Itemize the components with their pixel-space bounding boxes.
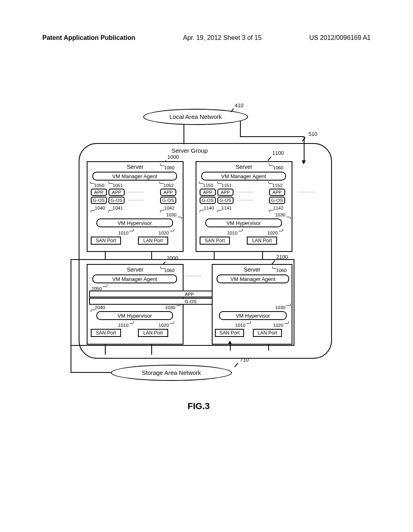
- ref-1020-b: 1020: [267, 231, 278, 235]
- ref-1030-d: 1030: [275, 305, 286, 310]
- lan-port-1100: LAN Port: [247, 237, 277, 245]
- app-1051: APP: [108, 189, 125, 196]
- gos-1040: G-OS: [91, 197, 107, 204]
- san-label: Storage Area Network: [142, 369, 201, 376]
- app-1150: APP: [200, 189, 216, 196]
- ref-1020-c: 1020: [159, 323, 169, 328]
- gos-1041: G-OS: [108, 197, 125, 204]
- server-1100: Server 1060 VM Manager Agent 1150 1151 1…: [196, 161, 292, 252]
- ref-1051: 1051: [113, 183, 123, 188]
- vm-hyp-1000: VM Hypervisor: [96, 218, 173, 227]
- lan-port-2000: LAN Port: [138, 329, 168, 337]
- conn-san-1100-v: [214, 252, 215, 260]
- server-group-label: Server Group: [171, 147, 208, 154]
- dots-gos-a: ··········: [128, 197, 144, 202]
- ref-1142: 1142: [273, 206, 284, 210]
- app-1152: APP: [269, 189, 285, 196]
- conn-lan-1000-v: [151, 252, 152, 260]
- conn-lan-right: [240, 121, 241, 137]
- conn-lan-1100-v: [262, 252, 263, 260]
- ref-2100: 2100: [276, 254, 288, 260]
- lan-label: Local Area Network: [169, 113, 222, 120]
- header-date-sheet: Apr. 19, 2012 Sheet 3 of 15: [183, 34, 262, 42]
- figure-label: FIG.3: [188, 401, 210, 411]
- lan-oval: Local Area Network: [143, 109, 248, 125]
- vm-hyp-2000: VM Hypervisor: [96, 311, 173, 320]
- dots-mid: ··········: [186, 273, 202, 278]
- ref-1041: 1041: [113, 206, 123, 210]
- ref-1042: 1042: [164, 206, 175, 210]
- ref-1052: 1052: [163, 183, 174, 188]
- app-1050: APP: [91, 189, 107, 196]
- san-port-1000: SAN Port: [91, 237, 121, 245]
- ref-1030-c: 1030: [165, 305, 175, 310]
- lan-port-1000: LAN Port: [138, 237, 168, 245]
- ref-1010-a: 1010: [118, 231, 129, 235]
- vm-hyp-1100: VM Hypervisor: [205, 218, 282, 227]
- ref-1151: 1151: [221, 183, 232, 188]
- app-1052: APP: [160, 189, 176, 196]
- ref-510: 510: [309, 131, 317, 137]
- conn-2100-san-a: [230, 345, 231, 351]
- ref-1010-c: 1010: [118, 323, 129, 328]
- leader-710: [234, 363, 238, 367]
- ref-1020-a: 1020: [159, 231, 169, 235]
- san-port-1100: SAN Port: [200, 237, 230, 245]
- ref-1030-a: 1030: [166, 212, 177, 217]
- app-1151: APP: [217, 189, 234, 196]
- ref-2040: 2040: [95, 305, 105, 310]
- vm-agent-2000: VM Manager Agent: [92, 274, 177, 283]
- conn-2000-lan-a: [151, 345, 152, 355]
- server-2100: Server 1060 VM Manager Agent 1030 VM Hyp…: [212, 264, 292, 345]
- page-header: Patent Application Publication Apr. 19, …: [42, 34, 371, 42]
- arrow-2100-san: [228, 341, 232, 345]
- gos-1142: G-OS: [269, 197, 285, 204]
- header-publication: Patent Application Publication: [42, 34, 136, 42]
- san-oval: Storage Area Network: [111, 365, 232, 381]
- gos-1042: G-OS: [160, 197, 176, 204]
- conn-left-down: [71, 346, 71, 373]
- ref-1060-a: 1060: [164, 165, 175, 170]
- conn-2000-san-a: [105, 345, 106, 355]
- ref-1152: 1152: [272, 183, 283, 188]
- ref-1141: 1141: [221, 206, 232, 210]
- ref-1060-d: 1060: [276, 268, 287, 273]
- ref-1010-b: 1010: [227, 231, 238, 235]
- conn-left-across: [71, 372, 115, 373]
- ref-1000: 1000: [167, 154, 179, 160]
- gos-1141: G-OS: [217, 197, 234, 204]
- vm-agent-1100: VM Manager Agent: [201, 172, 286, 181]
- header-pub-number: US 2012/0096169 A1: [309, 34, 371, 42]
- ref-1020-d: 1020: [273, 323, 284, 328]
- ref-710: 710: [240, 357, 249, 363]
- ref-410: 410: [235, 102, 244, 108]
- dots-app-a: ··········: [128, 189, 144, 194]
- dots-app-b: ··········: [237, 189, 253, 194]
- ref-2000: 2000: [167, 255, 178, 261]
- vm-agent-2100: VM Manager Agent: [217, 274, 289, 283]
- lan-port-2100: LAN Port: [253, 329, 282, 337]
- server-1000: Server 1060 VM Manager Agent 1050 1051 1…: [87, 161, 184, 252]
- vm-agent-1000: VM Manager Agent: [92, 172, 177, 181]
- ref-1060-c: 1060: [164, 268, 175, 273]
- ref-1050: 1050: [94, 183, 104, 188]
- dots-top-right: ··········: [299, 189, 316, 194]
- ref-1140: 1140: [204, 206, 214, 210]
- san-port-2000: SAN Port: [91, 329, 121, 337]
- ref-1150: 1150: [203, 183, 213, 188]
- conn-2100-lan-a: [268, 345, 269, 351]
- dots-gos-b: ··········: [237, 197, 253, 202]
- ref-1100: 1100: [272, 150, 284, 156]
- san-port-2100: SAN Port: [215, 329, 244, 337]
- ref-1030-b: 1030: [275, 212, 286, 217]
- ref-1060-b: 1060: [273, 165, 284, 170]
- conn-lan-right-h: [240, 136, 305, 137]
- vm-hyp-2100: VM Hypervisor: [219, 311, 287, 320]
- ref-1010-d: 1010: [235, 323, 246, 328]
- conn-lan-left: [184, 124, 184, 144]
- conn-san-1000-v: [105, 252, 106, 260]
- ref-1040: 1040: [95, 206, 105, 210]
- gos-1140: G-OS: [200, 197, 216, 204]
